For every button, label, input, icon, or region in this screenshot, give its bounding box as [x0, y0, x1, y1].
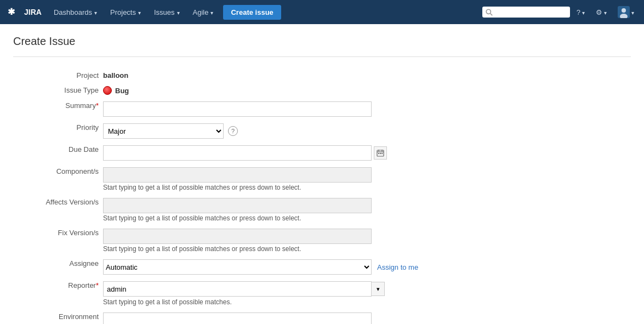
priority-label: Priority — [13, 120, 101, 142]
summary-input[interactable] — [103, 101, 372, 117]
project-value: balloon — [101, 68, 631, 83]
issue-type-row: Issue Type Bug — [13, 83, 631, 98]
component-input[interactable] — [103, 167, 372, 183]
priority-select[interactable]: Blocker Critical Major Minor Trivial — [103, 123, 224, 139]
svg-rect-11 — [378, 153, 379, 154]
reporter-hint: Start typing to get a list of possible m… — [103, 298, 629, 306]
svg-line-3 — [490, 13, 492, 15]
projects-chevron-icon — [138, 8, 141, 16]
nav-issues[interactable]: Issues — [149, 0, 185, 24]
fix-version-row: Fix Version/s Start typing to get a list… — [13, 225, 631, 256]
project-label: Project — [13, 68, 101, 83]
gear-icon: ⚙ — [596, 8, 602, 16]
fix-version-autocomplete: Start typing to get a list of possible m… — [103, 229, 629, 253]
project-row: Project balloon — [13, 68, 631, 83]
user-chevron-icon — [631, 8, 634, 16]
page-content: Create Issue Project balloon Issue Type … — [0, 24, 644, 324]
priority-help-icon[interactable]: ? — [228, 126, 238, 136]
due-date-field-cell — [101, 142, 631, 164]
create-issue-button[interactable]: Create issue — [223, 5, 281, 20]
create-issue-form: Project balloon Issue Type Bug Summary* — [13, 68, 631, 324]
summary-required-star: * — [96, 101, 99, 110]
brand-logo[interactable]: ✱ JIRA — [5, 4, 42, 20]
component-autocomplete: Start typing to get a list of possible m… — [103, 167, 629, 191]
reporter-required-star: * — [96, 281, 99, 289]
fix-version-field-cell: Start typing to get a list of possible m… — [101, 225, 631, 256]
assignee-wrapper: Automatic Assign to me — [103, 259, 629, 275]
affects-version-input[interactable] — [103, 198, 372, 213]
reporter-input[interactable] — [103, 281, 372, 297]
component-hint: Start typing to get a list of possible m… — [103, 184, 629, 191]
reporter-row: Reporter* ▾ Start typing to get a list o… — [13, 278, 631, 309]
user-avatar-icon — [618, 6, 630, 18]
issues-chevron-icon — [177, 8, 180, 16]
reporter-dropdown-btn[interactable]: ▾ — [372, 282, 385, 296]
due-date-wrapper — [103, 145, 629, 161]
affects-version-autocomplete: Start typing to get a list of possible m… — [103, 198, 629, 222]
priority-select-wrapper: Blocker Critical Major Minor Trivial ? — [103, 123, 629, 139]
issue-type-value: Bug — [101, 83, 631, 98]
dashboards-chevron-icon — [94, 8, 97, 16]
svg-point-2 — [486, 9, 491, 14]
search-input[interactable] — [495, 8, 566, 16]
issue-type-label: Issue Type — [13, 83, 101, 98]
help-icon: ? — [577, 8, 580, 16]
environment-label: Environment — [13, 309, 101, 324]
fix-version-hint: Start typing to get a list of possible m… — [103, 245, 629, 253]
issue-type-display: Bug — [103, 86, 629, 95]
component-field-cell: Start typing to get a list of possible m… — [101, 164, 631, 195]
affects-version-field-cell: Start typing to get a list of possible m… — [101, 195, 631, 225]
help-chevron-icon — [582, 8, 585, 16]
page-title: Create Issue — [13, 35, 631, 57]
help-button[interactable]: ? — [572, 0, 589, 24]
reporter-field-cell: ▾ Start typing to get a list of possible… — [101, 278, 631, 309]
summary-label: Summary* — [13, 98, 101, 120]
nav-projects[interactable]: Projects — [105, 0, 146, 24]
settings-button[interactable]: ⚙ — [591, 0, 611, 24]
summary-field-cell — [101, 98, 631, 120]
environment-textarea[interactable] — [103, 312, 372, 324]
calendar-icon[interactable] — [374, 146, 387, 160]
fix-version-input[interactable] — [103, 229, 372, 244]
nav-dashboards[interactable]: Dashboards — [48, 0, 102, 24]
due-date-input[interactable] — [103, 145, 372, 161]
component-row: Component/s Start typing to get a list o… — [13, 164, 631, 195]
due-date-label: Due Date — [13, 142, 101, 164]
assignee-label: Assignee — [13, 256, 101, 278]
due-date-row: Due Date — [13, 142, 631, 164]
reporter-select-row: ▾ — [103, 281, 629, 297]
fix-version-label: Fix Version/s — [13, 225, 101, 256]
summary-row: Summary* — [13, 98, 631, 120]
svg-rect-12 — [380, 153, 381, 154]
svg-text:✱: ✱ — [8, 7, 15, 16]
reporter-wrapper: ▾ Start typing to get a list of possible… — [103, 281, 629, 306]
search-icon — [486, 9, 493, 16]
nav-agile[interactable]: Agile — [187, 0, 219, 24]
agile-chevron-icon — [210, 8, 213, 16]
component-label: Component/s — [13, 164, 101, 195]
affects-version-row: Affects Version/s Start typing to get a … — [13, 195, 631, 225]
svg-point-5 — [622, 8, 626, 13]
brand-name: JIRA — [24, 8, 42, 16]
assignee-field-cell: Automatic Assign to me — [101, 256, 631, 278]
issue-type-text: Bug — [115, 87, 129, 95]
navbar: ✱ JIRA Dashboards Projects Issues Agile … — [0, 0, 644, 24]
assign-to-me-link[interactable]: Assign to me — [377, 263, 418, 271]
svg-rect-13 — [381, 153, 383, 154]
reporter-label: Reporter* — [13, 278, 101, 309]
bug-icon — [103, 86, 112, 95]
affects-version-label: Affects Version/s — [13, 195, 101, 225]
project-value-text: balloon — [103, 71, 128, 79]
affects-version-hint: Start typing to get a list of possible m… — [103, 214, 629, 222]
environment-field-cell — [101, 309, 631, 324]
user-button[interactable] — [613, 0, 639, 24]
settings-chevron-icon — [604, 8, 607, 16]
priority-row: Priority Blocker Critical Major Minor Tr… — [13, 120, 631, 142]
assignee-select[interactable]: Automatic — [103, 259, 372, 275]
environment-row: Environment — [13, 309, 631, 324]
search-box — [482, 7, 570, 18]
assignee-row: Assignee Automatic Assign to me — [13, 256, 631, 278]
priority-field-cell: Blocker Critical Major Minor Trivial ? — [101, 120, 631, 142]
